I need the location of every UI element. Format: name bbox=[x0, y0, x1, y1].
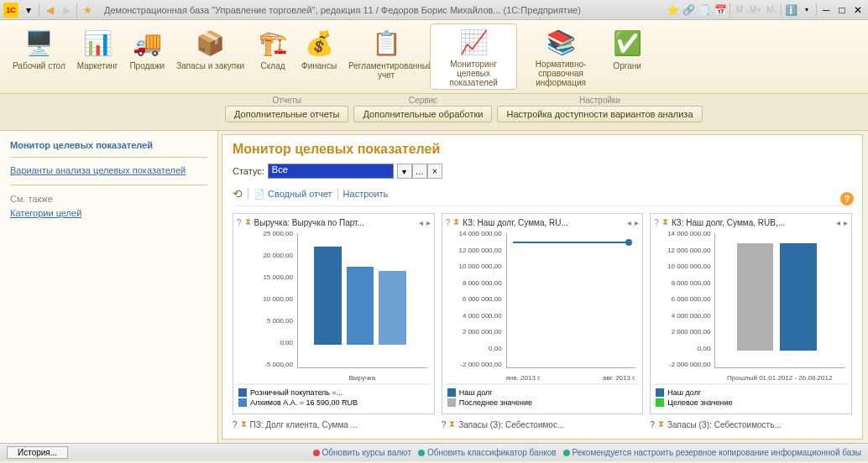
nav-finance[interactable]: 💰Финансы bbox=[295, 23, 342, 90]
nav-org[interactable]: ✅Органи bbox=[604, 23, 650, 90]
widget-revenue: ? ⧗ Выручка: Выручка по Парт... ◂ ▸ -5 0… bbox=[233, 213, 435, 414]
back-icon[interactable]: ◀ bbox=[43, 3, 56, 17]
close-icon[interactable]: ✕ bbox=[851, 3, 865, 17]
bottom-widget-1[interactable]: ?⧗ПЗ: Долг клиента, Сумма ... bbox=[233, 419, 435, 429]
hourglass-icon: ⧗ bbox=[453, 217, 459, 227]
widget-debt-line: ? ⧗ КЗ: Наш долг, Сумма, RU... ◂ ▸ -2 00… bbox=[442, 213, 644, 414]
status-row: Статус: Все ▾ … × bbox=[233, 164, 852, 179]
widget-debt-bar: ? ⧗ КЗ: Наш долг, Сумма, RUB,... ◂ ▸ -2 … bbox=[650, 213, 852, 414]
green-dot-icon bbox=[563, 450, 570, 456]
update-rates-link[interactable]: Обновить курсы валют bbox=[313, 448, 411, 457]
calendar-icon[interactable]: 📅 bbox=[714, 3, 727, 17]
org-icon: ✅ bbox=[610, 26, 644, 60]
question-icon[interactable]: ? bbox=[654, 218, 659, 227]
titlebar: 1C ▾ ◀ ▶ ★ Демонстрационная база "Управл… bbox=[0, 0, 868, 20]
status-label: Статус: bbox=[233, 166, 264, 176]
nav-marketing[interactable]: 📊Маркетинг bbox=[71, 23, 124, 90]
additional-processing-button[interactable]: Дополнительные обработки bbox=[353, 106, 492, 122]
sidebar-see-also: См. также bbox=[10, 192, 207, 205]
monitoring-icon: 📈 bbox=[457, 26, 490, 58]
nav-reference[interactable]: 📚Нормативно-справочная информация bbox=[517, 23, 604, 90]
status-ellipsis-button[interactable]: … bbox=[412, 164, 427, 179]
maximize-icon[interactable]: □ bbox=[835, 3, 849, 17]
m-icon[interactable]: M bbox=[733, 3, 746, 17]
bottom-widget-3[interactable]: ?⧗Запасы (З): Себестоимость... bbox=[650, 419, 852, 429]
widget-title: КЗ: Наш долг, Сумма, RU... bbox=[463, 218, 624, 227]
red-dot-icon bbox=[313, 450, 320, 456]
accounting-icon: 📋 bbox=[369, 26, 403, 60]
star-icon[interactable]: ★ bbox=[81, 3, 94, 17]
status-dropdown-button[interactable]: ▾ bbox=[397, 164, 412, 179]
dropdown-icon[interactable]: ▾ bbox=[22, 3, 35, 17]
bottom-widget-2[interactable]: ?⧗Запасы (З): Себестоимос... bbox=[442, 419, 644, 429]
nav-stock[interactable]: 📦Запасы и закупки bbox=[170, 23, 250, 90]
finance-icon: 💰 bbox=[302, 26, 336, 60]
prev-icon[interactable]: ◂ bbox=[836, 218, 840, 227]
dashboard: ? ⧗ Выручка: Выручка по Парт... ◂ ▸ -5 0… bbox=[233, 213, 852, 414]
reference-icon: 📚 bbox=[544, 26, 578, 58]
statusbar: История... Обновить курсы валют Обновить… bbox=[0, 443, 868, 461]
favorite-icon[interactable]: ⭐ bbox=[666, 3, 679, 17]
chart-area: -2 000 000,000,002 000 000,004 000 000,0… bbox=[446, 230, 640, 384]
green-dot-icon bbox=[418, 450, 425, 456]
next-icon[interactable]: ▸ bbox=[844, 218, 848, 227]
history-button[interactable]: История... bbox=[7, 446, 68, 459]
sidebar-title[interactable]: Монитор целевых показателей bbox=[10, 138, 207, 158]
action-row: Отчеты Дополнительные отчеты Сервис Допо… bbox=[0, 94, 868, 131]
warehouse-icon: 🏗️ bbox=[256, 26, 290, 60]
chart-area: -5 000,000,005 000,0010 000,0015 000,002… bbox=[237, 230, 431, 384]
calc-icon[interactable]: 🗒️ bbox=[698, 3, 711, 17]
backup-link[interactable]: Рекомендуется настроить резервное копиро… bbox=[563, 448, 861, 457]
sidebar-link-categories[interactable]: Категории целей bbox=[10, 205, 207, 221]
next-icon[interactable]: ▸ bbox=[635, 218, 639, 227]
app-logo: 1C bbox=[3, 3, 18, 18]
summary-report-button[interactable]: 📄Сводный отчет bbox=[254, 189, 332, 200]
m-plus-icon[interactable]: M+ bbox=[749, 3, 762, 17]
nav-sales[interactable]: 🚚Продажи bbox=[123, 23, 170, 90]
forward-icon[interactable]: ▶ bbox=[60, 3, 73, 17]
bottom-widget-row: ?⧗ПЗ: Долг клиента, Сумма ... ?⧗Запасы (… bbox=[233, 419, 852, 429]
sidebar-link-variants[interactable]: Варианты анализа целевых показателей bbox=[10, 163, 207, 178]
nav-monitoring[interactable]: 📈Мониторинг целевых показателей bbox=[430, 23, 517, 90]
report-icon: 📄 bbox=[254, 189, 265, 200]
action-group-service: Сервис Дополнительные обработки bbox=[353, 96, 492, 128]
info-icon[interactable]: ℹ️ bbox=[784, 3, 797, 17]
help-icon[interactable]: ? bbox=[840, 192, 854, 205]
analysis-variants-button[interactable]: Настройка доступности вариантов анализа bbox=[497, 106, 702, 122]
window-title: Демонстрационная база "Управление торгов… bbox=[97, 5, 662, 15]
sales-icon: 🚚 bbox=[130, 26, 164, 60]
main-area: Монитор целевых показателей Варианты ана… bbox=[0, 131, 868, 443]
action-group-reports: Отчеты Дополнительные отчеты bbox=[225, 96, 348, 128]
desktop-icon: 🖥️ bbox=[22, 26, 55, 60]
update-banks-link[interactable]: Обновить классификатор банков bbox=[418, 448, 557, 457]
content-toolbar: ⟲ 📄Сводный отчет Настроить bbox=[233, 185, 852, 206]
refresh-button[interactable]: ⟲ bbox=[233, 187, 243, 200]
info-dropdown-icon[interactable]: ▾ bbox=[800, 3, 813, 17]
content-panel: Монитор целевых показателей Статус: Все … bbox=[222, 134, 863, 440]
widget-title: Выручка: Выручка по Парт... bbox=[254, 218, 416, 227]
prev-icon[interactable]: ◂ bbox=[419, 218, 423, 227]
hourglass-icon: ⧗ bbox=[662, 217, 668, 227]
configure-button[interactable]: Настроить bbox=[343, 189, 389, 199]
additional-reports-button[interactable]: Дополнительные отчеты bbox=[225, 106, 348, 122]
nav-accounting[interactable]: 📋Регламентированный учет bbox=[342, 23, 430, 90]
question-icon[interactable]: ? bbox=[446, 218, 451, 227]
prev-icon[interactable]: ◂ bbox=[627, 218, 631, 227]
widget-title: КЗ: Наш долг, Сумма, RUB,... bbox=[672, 218, 833, 227]
minimize-icon[interactable]: ─ bbox=[819, 3, 833, 17]
nav-section: 🖥️Рабочий стол 📊Маркетинг 🚚Продажи 📦Запа… bbox=[0, 20, 868, 94]
next-icon[interactable]: ▸ bbox=[426, 218, 431, 227]
question-icon[interactable]: ? bbox=[237, 218, 242, 227]
status-clear-button[interactable]: × bbox=[427, 164, 442, 179]
chart-area: -2 000 000,000,002 000 000,004 000 000,0… bbox=[654, 230, 848, 384]
nav-warehouse[interactable]: 🏗️Склад bbox=[250, 23, 295, 90]
action-group-settings: Настройки Настройка доступности варианто… bbox=[497, 96, 702, 128]
link-icon[interactable]: 🔗 bbox=[682, 3, 695, 17]
stock-icon: 📦 bbox=[194, 26, 227, 60]
page-title: Монитор целевых показателей bbox=[233, 142, 852, 157]
marketing-icon: 📊 bbox=[81, 26, 114, 60]
m-minus-icon[interactable]: M- bbox=[765, 3, 778, 17]
hourglass-icon: ⧗ bbox=[245, 217, 251, 227]
nav-desktop[interactable]: 🖥️Рабочий стол bbox=[7, 23, 71, 90]
status-select[interactable]: Все bbox=[268, 164, 394, 179]
